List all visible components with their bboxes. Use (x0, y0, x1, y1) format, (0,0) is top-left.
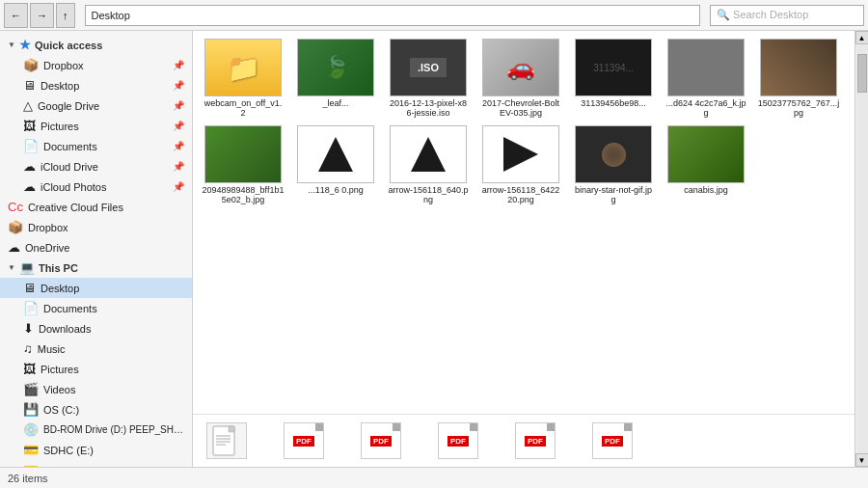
sidebar-item-desktop[interactable]: 🖥 Desktop (0, 278, 192, 298)
googledrive-icon: △ (23, 98, 33, 113)
thumb-gray1[interactable]: ...d624 4c2c7a6_k.jpg (664, 39, 748, 118)
file-area: 📁 webcam_on_off_v1.2 🍃 _leaf... .ISO (193, 31, 868, 467)
scroll-thumb[interactable] (857, 54, 867, 93)
scroll-down-btn[interactable]: ▼ (855, 453, 869, 467)
pdf-2[interactable]: PDF (357, 422, 405, 459)
thumb-label: _leaf... (322, 98, 348, 108)
pdf-5[interactable]: PDF (588, 422, 637, 459)
sidebar-item-label: OneDrive (25, 242, 69, 254)
pdf-box-3: PDF (438, 422, 478, 459)
sidebar-item-onedrive[interactable]: ☁ OneDrive (0, 237, 192, 258)
sidebar-item-icloud-drive[interactable]: ☁ iCloud Drive 📌 (0, 156, 192, 176)
thumb-binary-star[interactable]: binary-star-not-gif.jpg (571, 125, 656, 204)
sidebar-item-sdhc-f[interactable]: 💳 SDHC (F:) (0, 460, 192, 467)
sidebar-item-sdhc-e[interactable]: 💳 SDHC (E:) (0, 440, 192, 460)
thumb-textured[interactable]: 15023775762_767...jpg (756, 39, 841, 118)
pdf-1[interactable]: PDF (280, 422, 328, 459)
thumb-img (390, 125, 467, 183)
thumb-canabis[interactable]: canabis.jpg (664, 125, 748, 204)
sidebar-item-videos[interactable]: 🎬 Videos (0, 379, 192, 399)
sidebar-item-desktop-qa[interactable]: 🖥 Desktop 📌 (0, 75, 192, 95)
thumb-arrow-up2[interactable]: arrow-156118_640.png (386, 125, 471, 204)
pdf-4[interactable]: PDF (511, 422, 559, 459)
thumb-label: canabis.jpg (684, 185, 728, 195)
thumb-img (575, 125, 652, 183)
pin-icon: 📌 (173, 181, 184, 192)
iso-label: .ISO (410, 58, 447, 77)
sidebar-item-label: Desktop (41, 80, 79, 92)
pdf-box (206, 422, 247, 459)
sidebar-item-dropbox2[interactable]: 📦 Dropbox (0, 217, 192, 237)
sidebar-quickaccess-label: Quick access (35, 40, 102, 51)
pdf-label-3: PDF (448, 436, 469, 447)
thumb-label: 20948989488_bff1b15e02_b.jpg (203, 185, 285, 204)
thumb-img: 📁 (204, 39, 282, 96)
sidebar-item-documents2[interactable]: 📄 Documents (0, 298, 192, 318)
sidebar-item-bdrom[interactable]: 💿 BD-ROM Drive (D:) PEEP_SHOW_... (0, 420, 192, 440)
pdf-fold (315, 423, 323, 431)
sidebar-item-label: iCloud Drive (41, 161, 98, 173)
pdf-label-5: PDF (602, 436, 623, 447)
sidebar-item-music[interactable]: ♫ Music (0, 339, 192, 359)
up-button[interactable]: ↑ (56, 3, 75, 28)
sidebar-item-label: SDHC (E:) (43, 445, 94, 456)
sidebar-item-documents-qa[interactable]: 📄 Documents 📌 (0, 136, 192, 156)
thumb-label: webcam_on_off_v1.2 (203, 98, 285, 118)
sidebar-item-label: Google Drive (38, 100, 99, 112)
thumb-label: ...118_6 0.png (308, 185, 364, 195)
scrollbar[interactable]: ▲ ▼ (854, 31, 868, 467)
quickaccess-icon: ★ (19, 38, 31, 52)
pdf-box-2: PDF (361, 422, 401, 459)
documents-icon: 📄 (23, 139, 39, 153)
toolbar: ← → ↑ Desktop 🔍 Search Desktop (0, 0, 868, 31)
pdf-3[interactable]: PDF (434, 422, 482, 459)
sidebar-thispc-header[interactable]: ▼ 💻 This PC (0, 258, 192, 278)
status-bar: 26 items (0, 467, 868, 488)
address-bar[interactable]: Desktop (85, 5, 701, 26)
address-path: Desktop (92, 10, 130, 21)
sidebar-item-label: Downloads (39, 323, 91, 335)
sidebar-item-google-drive[interactable]: △ Google Drive 📌 (0, 95, 192, 116)
thumb-img (667, 125, 745, 183)
sidebar-item-icloud-photos[interactable]: ☁ iCloud Photos 📌 (0, 176, 192, 197)
music-icon: ♫ (23, 341, 33, 356)
sidebar-item-pictures-qa[interactable]: 🖼 Pictures 📌 (0, 116, 192, 136)
desktop2-icon: 🖥 (23, 281, 36, 295)
thumb-car[interactable]: 🚗 2017-Chevrolet-BoltEV-035.jpg (478, 39, 563, 118)
sidebar-item-pictures2[interactable]: 🖼 Pictures (0, 359, 192, 379)
thumb-iso[interactable]: .ISO 2016-12-13-pixel-x86-jessie.iso (386, 39, 471, 118)
sidebar-item-downloads[interactable]: ⬇ Downloads (0, 318, 192, 339)
thumb-dark1[interactable]: 311394... 31139456be98... (571, 39, 656, 118)
sidebar-item-label: Desktop (41, 283, 79, 294)
pdf-box-4: PDF (515, 422, 556, 459)
scroll-up-btn[interactable]: ▲ (855, 31, 869, 44)
sidebar-item-label: Creative Cloud Files (28, 202, 123, 213)
sidebar-item-creative-cloud[interactable]: Cc Creative Cloud Files (0, 197, 192, 217)
scroll-track[interactable] (856, 44, 868, 453)
desktop-icon: 🖥 (23, 78, 36, 93)
sidebar-item-label: BD-ROM Drive (D:) PEEP_SHOW_... (43, 424, 184, 435)
pin-icon: 📌 (173, 60, 184, 70)
thumb-img (667, 39, 745, 96)
sidebar-item-label: Videos (43, 384, 75, 395)
forward-button[interactable]: → (30, 3, 54, 28)
back-button[interactable]: ← (4, 3, 28, 28)
thumb-arrow-up1[interactable]: ...118_6 0.png (293, 125, 378, 204)
arrow-up-shape2 (411, 137, 446, 172)
thumb-webcam-folder[interactable]: 📁 webcam_on_off_v1.2 (201, 39, 285, 118)
bdrom-icon: 💿 (23, 422, 39, 437)
pin-icon: 📌 (173, 100, 184, 111)
search-box[interactable]: 🔍 Search Desktop (710, 5, 864, 26)
thumb-green2[interactable]: 20948989488_bff1b15e02_b.jpg (201, 125, 285, 204)
pictures2-icon: 🖼 (23, 362, 36, 376)
pdf-label-1: PDF (293, 436, 314, 447)
thumb-leaf[interactable]: 🍃 _leaf... (293, 39, 378, 118)
thumb-label: arrow-156118_642220.png (480, 185, 562, 204)
documents2-icon: 📄 (23, 301, 39, 315)
sidebar-item-osc[interactable]: 💾 OS (C:) (0, 399, 192, 420)
sidebar-item-dropbox[interactable]: 📦 Dropbox 📌 (0, 55, 192, 75)
thumb-arrow-right[interactable]: arrow-156118_642220.png (478, 125, 563, 204)
sidebar-quickaccess-header[interactable]: ▼ ★ Quick access (0, 35, 192, 55)
pdf-doc-icon[interactable] (203, 422, 251, 459)
status-text: 26 items (8, 473, 48, 484)
